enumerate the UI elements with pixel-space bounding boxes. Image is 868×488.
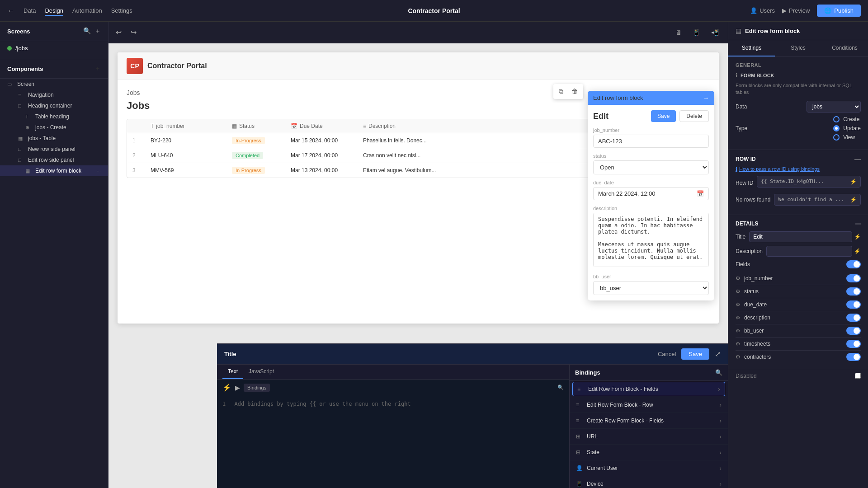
field-gear-icon[interactable]: ⚙ <box>736 314 741 321</box>
screens-title: Screens <box>7 28 30 35</box>
radio-update[interactable]: Update <box>833 125 861 131</box>
desc-lightning-icon[interactable]: ⚡ <box>854 248 861 254</box>
right-panel-header: ▦ Edit row form block <box>728 22 868 40</box>
component-heading-container[interactable]: □ Heading container <box>0 100 108 111</box>
calendar-icon[interactable]: 📅 <box>697 190 704 197</box>
field-name-label: description <box>744 314 843 321</box>
row-id-help-link[interactable]: ℹ How to pass a row ID using bindings <box>736 166 861 172</box>
binding-item-device[interactable]: 📱 Device › <box>570 476 728 488</box>
row-id-binding-field[interactable]: {{ State.ID_k4gQTH... ⚡ <box>757 176 861 188</box>
binding-save-button[interactable]: Save <box>681 348 709 360</box>
title-lightning-icon[interactable]: ⚡ <box>854 234 861 240</box>
status-select[interactable]: Open In-Progress Completed <box>593 160 709 174</box>
desc-input[interactable] <box>766 246 852 257</box>
binding-item-state[interactable]: ⊟ State › <box>570 445 728 460</box>
desktop-view-button[interactable]: 🖥 <box>672 27 685 38</box>
disabled-checkbox[interactable] <box>855 373 861 379</box>
component-new-row-panel[interactable]: □ New row side panel <box>0 144 108 155</box>
bb-user-select[interactable]: bb_user <box>593 281 709 295</box>
field-gear-icon[interactable]: ⚙ <box>736 354 741 360</box>
field-gear-icon[interactable]: ⚙ <box>736 328 741 334</box>
radio-view[interactable]: View <box>833 134 861 141</box>
binding-tab-text[interactable]: Text <box>222 365 243 379</box>
fields-toggle[interactable] <box>846 260 861 268</box>
binding-lightning-button[interactable]: ⚡ <box>222 383 231 392</box>
add-screen-icon[interactable]: ＋ <box>94 27 101 35</box>
copy-tool-button[interactable]: ⧉ <box>555 86 567 97</box>
field-toggle[interactable] <box>846 314 861 322</box>
field-toggle[interactable] <box>846 353 861 361</box>
delete-tool-button[interactable]: 🗑 <box>568 86 581 97</box>
field-gear-icon[interactable]: ⚙ <box>736 301 741 308</box>
search-icon[interactable]: 🔍 <box>83 27 91 35</box>
app-title: Contractor Portal <box>408 7 460 14</box>
radio-create[interactable]: Create <box>833 116 861 122</box>
field-item-contractors: ⚙ contractors <box>736 351 861 363</box>
binding-tab-js[interactable]: JavaScript <box>243 365 279 379</box>
nav-data[interactable]: Data <box>24 5 36 16</box>
details-collapse-button[interactable]: — <box>855 221 861 227</box>
row-id-lightning-icon[interactable]: ⚡ <box>850 178 857 185</box>
binding-item-url[interactable]: ⊞ URL › <box>570 429 728 445</box>
job-number-input[interactable] <box>593 135 709 148</box>
users-button[interactable]: 👤 Users <box>750 7 775 14</box>
binding-item-create-fields[interactable]: ≡ Create Row Form Block - Fields › <box>570 413 728 429</box>
status-badge: Completed <box>232 152 263 159</box>
field-gear-icon[interactable]: ⚙ <box>736 288 741 295</box>
component-screen[interactable]: ▭ Screen <box>0 79 108 89</box>
form-delete-button[interactable]: Delete <box>679 110 709 122</box>
component-jobs-create[interactable]: ⊕ jobs - Create <box>0 122 108 133</box>
due-date-input[interactable]: March 22 2024, 12:00 📅 <box>593 187 709 200</box>
publish-button[interactable]: 🌐 Publish <box>817 5 861 17</box>
field-toggle[interactable] <box>846 300 861 309</box>
search-bindings-icon[interactable]: 🔍 <box>557 385 564 390</box>
binding-item-current-user[interactable]: 👤 Current User › <box>570 460 728 476</box>
component-navigation[interactable]: ≡ Navigation <box>0 89 108 100</box>
nav-settings[interactable]: Settings <box>111 5 132 16</box>
nav-design[interactable]: Design <box>45 5 63 16</box>
no-rows-field[interactable]: We couldn't find a ... ⚡ <box>774 194 861 206</box>
right-panel: ▦ Edit row form block Settings Styles Co… <box>728 22 868 488</box>
binding-item-arrow: › <box>719 465 722 472</box>
binding-list: ≡ Edit Row Form Block - Fields › ≡ Edit … <box>570 381 728 488</box>
component-jobs-table[interactable]: ▦ jobs - Table <box>0 133 108 144</box>
undo-button[interactable]: ↩ <box>114 26 123 38</box>
add-component-icon[interactable]: ＋ <box>94 65 101 73</box>
data-select[interactable]: jobs <box>807 101 861 113</box>
component-table-heading[interactable]: T Table heading <box>0 111 108 122</box>
component-edit-row-form[interactable]: ▦ Edit row form block ··· <box>0 165 108 176</box>
description-textarea[interactable]: Suspendisse potenti. In eleifend quam a … <box>593 213 709 267</box>
field-toggle[interactable] <box>846 287 861 296</box>
mobile-view-button[interactable]: 📲 <box>708 27 722 38</box>
binding-expand-button[interactable]: ⤢ <box>715 350 721 358</box>
title-input[interactable] <box>749 231 852 242</box>
no-rows-text: We couldn't find a ... <box>778 197 850 202</box>
tab-settings[interactable]: Settings <box>728 40 775 56</box>
tab-styles[interactable]: Styles <box>775 40 821 56</box>
tablet-view-button[interactable]: 📱 <box>689 27 704 38</box>
binding-play-button[interactable]: ▶ <box>235 384 240 391</box>
field-toggle[interactable] <box>846 340 861 348</box>
component-edit-row-panel[interactable]: □ Edit row side panel <box>0 155 108 165</box>
field-gear-icon[interactable]: ⚙ <box>736 341 741 347</box>
field-toggle[interactable] <box>846 327 861 335</box>
nav-automation[interactable]: Automation <box>72 5 102 16</box>
panel-tabs: Settings Styles Conditions <box>728 40 868 57</box>
bindings-search-icon[interactable]: 🔍 <box>715 369 722 376</box>
binding-item-edit-row[interactable]: ≡ Edit Row Form Block - Row › <box>570 397 728 413</box>
preview-button[interactable]: ▶ Preview <box>782 7 810 14</box>
field-toggle[interactable] <box>846 274 861 282</box>
more-options-icon[interactable]: ··· <box>97 168 101 174</box>
collapse-button[interactable]: — <box>854 155 861 163</box>
no-rows-lightning-icon[interactable]: ⚡ <box>850 197 857 203</box>
field-gear-icon[interactable]: ⚙ <box>736 275 741 282</box>
tab-conditions[interactable]: Conditions <box>821 40 868 56</box>
back-button[interactable]: ← <box>7 7 14 15</box>
close-form-icon[interactable]: → <box>703 94 709 101</box>
redo-button[interactable]: ↪ <box>129 26 138 38</box>
screen-item-jobs[interactable]: /jobs <box>0 41 108 55</box>
form-save-button[interactable]: Save <box>651 110 676 122</box>
binding-item-edit-fields[interactable]: ≡ Edit Row Form Block - Fields › <box>572 382 725 396</box>
type-radio-group: Create Update View <box>833 116 861 141</box>
binding-cancel-button[interactable]: Cancel <box>658 351 676 357</box>
